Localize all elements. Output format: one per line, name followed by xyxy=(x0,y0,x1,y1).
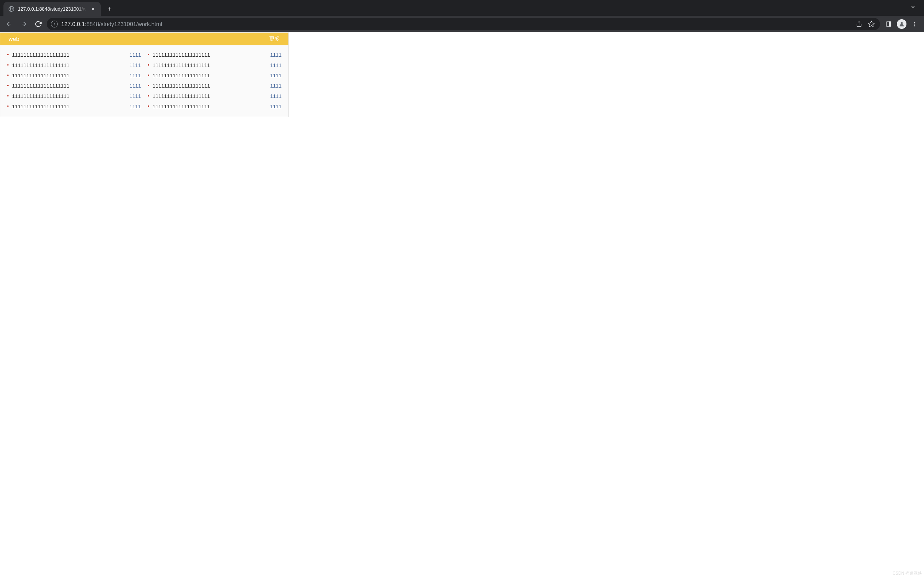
svg-point-4 xyxy=(914,22,915,23)
list-item-text: 11111111111111111111 xyxy=(153,93,270,99)
list-item-link[interactable]: 1111 xyxy=(270,93,281,99)
profile-button[interactable] xyxy=(896,18,908,30)
list-item: 111111111111111111111111 xyxy=(7,50,141,60)
list-item-text: 11111111111111111111 xyxy=(12,73,129,78)
tab-strip: 127.0.0.1:8848/study1231001/w xyxy=(0,0,924,16)
bullet-icon xyxy=(7,85,9,86)
list-item-link[interactable]: 1111 xyxy=(270,83,281,89)
list-item-text: 11111111111111111111 xyxy=(12,93,129,99)
list-item-link[interactable]: 1111 xyxy=(270,73,281,78)
bullet-icon xyxy=(7,74,9,76)
list-item: 111111111111111111111111 xyxy=(148,70,281,81)
svg-point-5 xyxy=(914,24,915,25)
menu-icon[interactable] xyxy=(909,18,921,30)
list-item-text: 11111111111111111111 xyxy=(12,103,129,109)
url-host: 127.0.0.1 xyxy=(61,21,85,27)
url-text: 127.0.0.1:8848/study1231001/work.html xyxy=(61,21,851,27)
page-content: web 更多 111111111111111111111111111111111… xyxy=(0,32,924,117)
chevron-down-icon[interactable] xyxy=(908,2,918,13)
globe-icon xyxy=(8,6,15,12)
forward-button[interactable] xyxy=(18,18,29,30)
list-item: 111111111111111111111111 xyxy=(148,50,281,60)
svg-point-6 xyxy=(914,26,915,26)
bullet-icon xyxy=(148,85,149,86)
list-item: 111111111111111111111111 xyxy=(7,81,141,91)
bullet-icon xyxy=(148,54,149,55)
bullet-icon xyxy=(148,95,149,97)
list-item-text: 11111111111111111111 xyxy=(12,52,129,58)
bullet-icon xyxy=(148,105,149,107)
bullet-icon xyxy=(7,54,9,55)
list-item-link[interactable]: 1111 xyxy=(129,52,141,58)
url-path: :8848/study1231001/work.html xyxy=(85,21,162,27)
new-tab-button[interactable] xyxy=(104,3,115,15)
list-item-link[interactable]: 1111 xyxy=(129,62,141,68)
svg-rect-2 xyxy=(889,22,891,26)
share-icon[interactable] xyxy=(855,19,864,29)
panel-header: web 更多 xyxy=(0,33,288,45)
list-item-link[interactable]: 1111 xyxy=(129,73,141,78)
reload-button[interactable] xyxy=(32,18,44,30)
list-item: 111111111111111111111111 xyxy=(7,101,141,111)
list-item-link[interactable]: 1111 xyxy=(270,52,281,58)
list-item-text: 11111111111111111111 xyxy=(12,62,129,68)
list-item: 111111111111111111111111 xyxy=(148,91,281,101)
panel-title: web xyxy=(9,36,19,43)
list-item-text: 11111111111111111111 xyxy=(153,62,270,68)
bullet-icon xyxy=(148,74,149,76)
list-item-text: 11111111111111111111 xyxy=(12,83,129,89)
panel-body: 1111111111111111111111111111111111111111… xyxy=(0,45,288,117)
list-item-text: 11111111111111111111 xyxy=(153,103,270,109)
list-item-link[interactable]: 1111 xyxy=(129,83,141,89)
list-item: 111111111111111111111111 xyxy=(148,81,281,91)
avatar-icon xyxy=(897,19,906,29)
list-item-text: 11111111111111111111 xyxy=(153,52,270,58)
browser-tab[interactable]: 127.0.0.1:8848/study1231001/w xyxy=(3,2,101,16)
list-item-link[interactable]: 1111 xyxy=(129,93,141,99)
bullet-icon xyxy=(7,64,9,66)
bookmark-icon[interactable] xyxy=(867,19,876,29)
address-bar[interactable]: i 127.0.0.1:8848/study1231001/work.html xyxy=(47,18,880,30)
close-icon[interactable] xyxy=(90,6,96,12)
list-item: 111111111111111111111111 xyxy=(148,60,281,70)
panel: web 更多 111111111111111111111111111111111… xyxy=(0,32,289,117)
list-item-text: 11111111111111111111 xyxy=(153,83,270,89)
list-column: 1111111111111111111111111111111111111111… xyxy=(7,50,141,111)
panel-more-link[interactable]: 更多 xyxy=(269,35,280,43)
browser-chrome: 127.0.0.1:8848/study1231001/w i 127.0 xyxy=(0,0,924,32)
list-item: 111111111111111111111111 xyxy=(7,60,141,70)
bullet-icon xyxy=(7,105,9,107)
bullet-icon xyxy=(7,95,9,97)
list-item: 111111111111111111111111 xyxy=(7,70,141,81)
list-column: 1111111111111111111111111111111111111111… xyxy=(148,50,281,111)
list-item-link[interactable]: 1111 xyxy=(270,62,281,68)
bullet-icon xyxy=(148,64,149,66)
list-item-link[interactable]: 1111 xyxy=(270,103,281,109)
svg-point-3 xyxy=(901,22,903,24)
back-button[interactable] xyxy=(3,18,15,30)
browser-toolbar: i 127.0.0.1:8848/study1231001/work.html xyxy=(0,16,924,32)
list-item-link[interactable]: 1111 xyxy=(129,103,141,109)
tab-title: 127.0.0.1:8848/study1231001/w xyxy=(18,6,86,12)
list-item: 111111111111111111111111 xyxy=(7,91,141,101)
list-item-text: 11111111111111111111 xyxy=(153,73,270,78)
list-item: 111111111111111111111111 xyxy=(148,101,281,111)
side-panel-icon[interactable] xyxy=(883,18,895,30)
site-info-icon[interactable]: i xyxy=(51,21,58,27)
